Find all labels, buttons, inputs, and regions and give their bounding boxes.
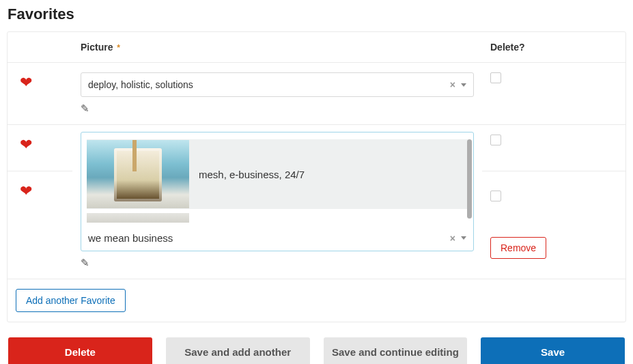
- chevron-down-icon[interactable]: [461, 83, 466, 87]
- picture-search-row: ×: [81, 227, 473, 251]
- delete-checkbox[interactable]: [490, 191, 501, 201]
- add-another-button[interactable]: Add another Favorite: [16, 289, 126, 312]
- option-thumbnail[interactable]: [87, 213, 189, 223]
- delete-button[interactable]: Delete: [8, 337, 152, 364]
- column-icon: [8, 32, 72, 63]
- clear-icon[interactable]: ×: [450, 233, 455, 244]
- edit-icon[interactable]: ✎: [81, 257, 474, 269]
- picture-select-open[interactable]: mesh, e-business, 24/7 ×: [81, 132, 474, 251]
- heart-icon[interactable]: ❤: [16, 135, 64, 152]
- table-row: ❤ mesh, e-business, 24/7: [8, 125, 625, 171]
- option-thumbnail: [87, 140, 189, 208]
- required-icon: *: [117, 43, 120, 53]
- column-delete: Delete?: [482, 32, 625, 63]
- save-add-another-button[interactable]: Save and add another: [166, 337, 310, 364]
- add-row: Add another Favorite: [8, 279, 625, 322]
- delete-checkbox[interactable]: [490, 135, 501, 145]
- scrollbar[interactable]: [467, 139, 472, 219]
- picture-search-input[interactable]: [88, 231, 450, 245]
- table-row: ❤ deploy, holistic, solutions × ✎: [8, 63, 625, 125]
- column-picture-label: Picture: [81, 42, 113, 53]
- favorites-panel: Picture * Delete? ❤ deploy, holistic, so…: [7, 31, 626, 322]
- option-label: mesh, e-business, 24/7: [189, 169, 305, 180]
- picture-option[interactable]: mesh, e-business, 24/7: [87, 139, 468, 209]
- picture-dropdown: mesh, e-business, 24/7: [81, 132, 473, 223]
- remove-button[interactable]: Remove: [490, 237, 546, 259]
- delete-checkbox[interactable]: [490, 72, 501, 83]
- column-picture[interactable]: Picture *: [72, 32, 482, 63]
- heart-icon[interactable]: ❤: [16, 181, 64, 199]
- favorites-table: Picture * Delete? ❤ deploy, holistic, so…: [8, 32, 625, 322]
- chevron-down-icon[interactable]: [461, 236, 466, 240]
- picture-select[interactable]: deploy, holistic, solutions ×: [81, 72, 474, 97]
- save-button[interactable]: Save: [481, 337, 625, 364]
- heart-icon[interactable]: ❤: [16, 72, 64, 90]
- page-title: Favorites: [8, 5, 626, 23]
- edit-icon[interactable]: ✎: [81, 102, 474, 115]
- picture-select-value: deploy, holistic, solutions: [88, 79, 450, 90]
- clear-icon[interactable]: ×: [450, 79, 455, 90]
- save-continue-button[interactable]: Save and continue editing: [324, 337, 468, 364]
- submit-row: Delete Save and add another Save and con…: [7, 337, 626, 364]
